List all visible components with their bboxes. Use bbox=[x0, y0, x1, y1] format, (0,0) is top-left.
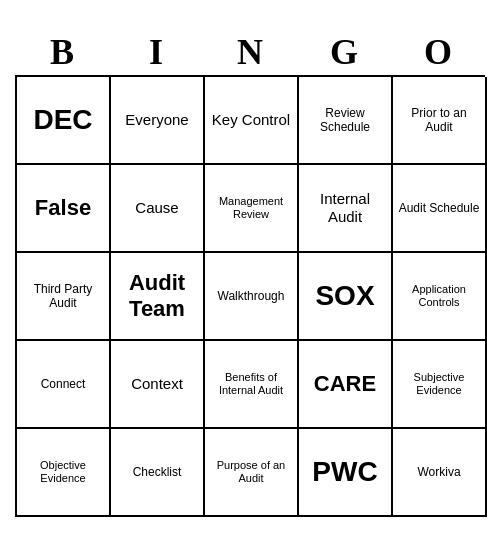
bingo-cell: Third Party Audit bbox=[17, 253, 111, 341]
cell-text: Cause bbox=[135, 199, 178, 217]
header-letter: B bbox=[18, 31, 106, 73]
bingo-cell: Workiva bbox=[393, 429, 487, 517]
cell-text: Benefits of Internal Audit bbox=[209, 371, 293, 397]
cell-text: False bbox=[35, 195, 91, 221]
header-letter: N bbox=[206, 31, 294, 73]
bingo-cell: DEC bbox=[17, 77, 111, 165]
bingo-cell: Cause bbox=[111, 165, 205, 253]
cell-text: Management Review bbox=[209, 195, 293, 221]
cell-text: SOX bbox=[315, 279, 374, 313]
bingo-cell: Connect bbox=[17, 341, 111, 429]
bingo-card: BINGO DECEveryoneKey ControlReview Sched… bbox=[15, 27, 485, 517]
bingo-cell: Key Control bbox=[205, 77, 299, 165]
cell-text: Objective Evidence bbox=[21, 459, 105, 485]
bingo-cell: Walkthrough bbox=[205, 253, 299, 341]
bingo-cell: Prior to an Audit bbox=[393, 77, 487, 165]
bingo-cell: Objective Evidence bbox=[17, 429, 111, 517]
bingo-cell: Management Review bbox=[205, 165, 299, 253]
cell-text: Internal Audit bbox=[303, 190, 387, 226]
header-letter: G bbox=[300, 31, 388, 73]
bingo-cell: Review Schedule bbox=[299, 77, 393, 165]
bingo-cell: Everyone bbox=[111, 77, 205, 165]
bingo-cell: Purpose of an Audit bbox=[205, 429, 299, 517]
cell-text: Purpose of an Audit bbox=[209, 459, 293, 485]
cell-text: Key Control bbox=[212, 111, 290, 129]
bingo-cell: Checklist bbox=[111, 429, 205, 517]
bingo-cell: Subjective Evidence bbox=[393, 341, 487, 429]
cell-text: PWC bbox=[312, 455, 377, 489]
cell-text: Workiva bbox=[417, 465, 460, 479]
bingo-cell: Internal Audit bbox=[299, 165, 393, 253]
bingo-cell: PWC bbox=[299, 429, 393, 517]
bingo-cell: Audit Team bbox=[111, 253, 205, 341]
cell-text: Third Party Audit bbox=[21, 282, 105, 311]
bingo-grid: DECEveryoneKey ControlReview SchedulePri… bbox=[15, 75, 485, 517]
bingo-cell: Audit Schedule bbox=[393, 165, 487, 253]
header-letter: O bbox=[394, 31, 482, 73]
bingo-cell: SOX bbox=[299, 253, 393, 341]
cell-text: Everyone bbox=[125, 111, 188, 129]
cell-text: DEC bbox=[33, 103, 92, 137]
cell-text: Prior to an Audit bbox=[397, 106, 481, 135]
cell-text: Checklist bbox=[133, 465, 182, 479]
cell-text: Walkthrough bbox=[218, 289, 285, 303]
cell-text: Application Controls bbox=[397, 283, 481, 309]
cell-text: Connect bbox=[41, 377, 86, 391]
cell-text: Subjective Evidence bbox=[397, 371, 481, 397]
bingo-cell: Benefits of Internal Audit bbox=[205, 341, 299, 429]
cell-text: Audit Schedule bbox=[399, 201, 480, 215]
bingo-cell: CARE bbox=[299, 341, 393, 429]
header-letter: I bbox=[112, 31, 200, 73]
bingo-header: BINGO bbox=[15, 27, 485, 75]
cell-text: Context bbox=[131, 375, 183, 393]
cell-text: CARE bbox=[314, 371, 376, 397]
bingo-cell: Context bbox=[111, 341, 205, 429]
cell-text: Review Schedule bbox=[303, 106, 387, 135]
bingo-cell: False bbox=[17, 165, 111, 253]
cell-text: Audit Team bbox=[115, 270, 199, 323]
bingo-cell: Application Controls bbox=[393, 253, 487, 341]
